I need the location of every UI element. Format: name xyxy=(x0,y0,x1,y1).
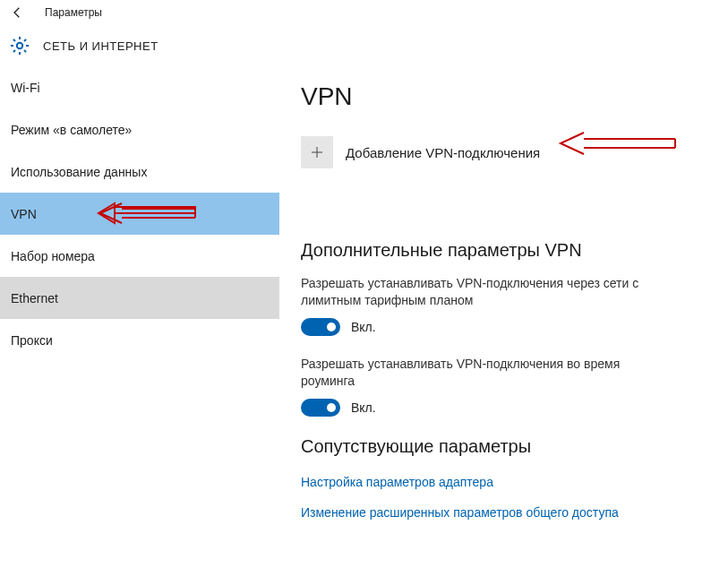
link-adapter-settings[interactable]: Настройка параметров адаптера xyxy=(301,475,707,489)
related-heading: Сопутствующие параметры xyxy=(301,436,707,457)
annotation-arrow xyxy=(557,131,677,156)
sidebar-item-dialup[interactable]: Набор номера xyxy=(0,235,279,277)
section-title: VPN xyxy=(301,82,707,111)
add-vpn-button[interactable] xyxy=(301,136,333,168)
toggle-metered-state: Вкл. xyxy=(351,320,376,334)
window-title: Параметры xyxy=(45,6,102,19)
toggle-roaming[interactable] xyxy=(301,399,340,417)
add-vpn-label: Добавление VPN-подключения xyxy=(346,145,540,160)
main-content: VPN Добавление VPN-подключения Дополните… xyxy=(279,66,728,568)
toggle-metered-label: Разрешать устанавливать VPN-подключения … xyxy=(301,275,641,309)
settings-icon xyxy=(9,35,30,56)
titlebar: Параметры xyxy=(0,0,728,25)
sidebar-item-vpn[interactable]: VPN xyxy=(0,193,279,235)
toggle-roaming-state: Вкл. xyxy=(351,400,376,415)
sidebar-item-wifi[interactable]: Wi-Fi xyxy=(0,66,279,108)
sidebar-item-proxy[interactable]: Прокси xyxy=(0,319,279,361)
related-section: Сопутствующие параметры Настройка параме… xyxy=(301,436,707,520)
sidebar: Wi-Fi Режим «в самолете» Использование д… xyxy=(0,66,279,568)
back-button[interactable] xyxy=(7,2,29,23)
toggle-metered[interactable] xyxy=(301,318,340,336)
page-title: СЕТЬ И ИНТЕРНЕТ xyxy=(43,39,158,53)
sidebar-item-datausage[interactable]: Использование данных xyxy=(0,151,279,193)
sidebar-item-airplane[interactable]: Режим «в самолете» xyxy=(0,108,279,151)
link-sharing-settings[interactable]: Изменение расширенных параметров общего … xyxy=(301,505,707,520)
svg-point-0 xyxy=(17,43,22,48)
page-header: СЕТЬ И ИНТЕРНЕТ xyxy=(0,25,728,66)
toggle-roaming-label: Разрешать устанавливать VPN-подключения … xyxy=(301,356,641,390)
sidebar-item-ethernet[interactable]: Ethernet xyxy=(0,277,279,319)
add-vpn-row[interactable]: Добавление VPN-подключения xyxy=(301,136,707,168)
advanced-heading: Дополнительные параметры VPN xyxy=(301,240,707,261)
annotation-arrow xyxy=(97,201,197,226)
